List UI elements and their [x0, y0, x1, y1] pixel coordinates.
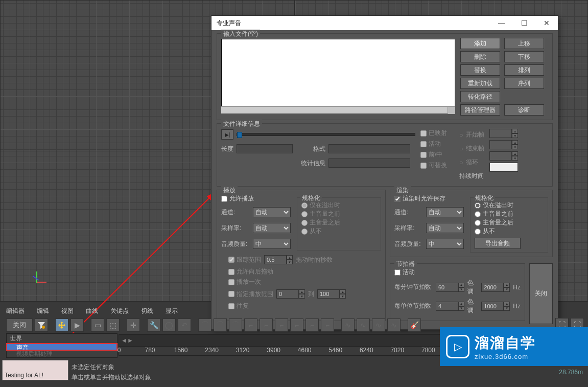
reload-button[interactable]: 重新加载 — [460, 78, 500, 89]
playback-normalize-group: 规格化 仅在溢出时 主音量之前 主音量之后 从不 — [297, 197, 381, 251]
render-samplerate-select[interactable]: 自动 — [426, 223, 464, 233]
close-window-button[interactable]: ✕ — [535, 16, 558, 30]
sequence-button[interactable]: 序列 — [504, 78, 544, 89]
startframe-spinner[interactable]: ▲▼ — [489, 129, 518, 138]
horizontal-scrollbar[interactable] — [221, 106, 455, 113]
ruler-tick: 3900 — [267, 347, 280, 354]
render-normalize-group: 规格化 仅在溢出时 主音量之前 主音量之后 从不 导出音频 — [470, 197, 548, 253]
select-icon[interactable]: ⬚ — [106, 318, 120, 332]
play-icon[interactable]: ▶ — [70, 318, 84, 332]
tangent5-icon[interactable]: ⌐ — [260, 318, 273, 332]
bpm-spinner[interactable]: ▲▼ — [436, 283, 464, 292]
move-down-button[interactable]: 下移 — [504, 51, 544, 62]
toolbar: 关闭 ▶ ▭ ⬚ ✛ 🔧 ◯ ↶ ⌒ ⌒ ⌒ ⌐ ⌐ ⌐ ⌐ ⌐ ⌐ ∿ ∿ ∿… — [6, 318, 421, 332]
menu-editor[interactable]: 编辑器 — [6, 307, 25, 317]
tone1-spinner[interactable]: ▲▼ — [481, 283, 510, 292]
curve2-icon[interactable]: ∿ — [357, 318, 370, 332]
curve4-icon[interactable]: ∿ — [387, 318, 401, 332]
mapped-check[interactable]: 已映射 — [420, 129, 447, 138]
allow-playback-check[interactable]: 允许播放 — [221, 194, 291, 203]
cross-icon[interactable]: ✛ — [127, 318, 140, 332]
rd-norm-r4[interactable]: 从不 — [475, 227, 544, 236]
track-range-spinner[interactable]: ▲▼ — [264, 255, 293, 264]
tree-sound[interactable]: 声音 — [6, 343, 117, 351]
samplerate-select[interactable]: 自动 — [253, 223, 291, 233]
tangent7-icon[interactable]: ⌐ — [290, 318, 303, 332]
tangent4-icon[interactable]: ⌐ — [244, 318, 257, 332]
replace-button[interactable]: 替换 — [460, 64, 500, 76]
arrows-icon[interactable] — [55, 318, 68, 332]
length-field — [237, 144, 293, 153]
play-once-check[interactable]: 播放一次 — [228, 278, 381, 286]
undo-icon[interactable]: ↶ — [178, 318, 191, 332]
wrench-icon[interactable]: 🔧 — [147, 318, 160, 332]
alt-check[interactable]: 可替换 — [420, 161, 447, 170]
track-tree[interactable]: 世界 声音 视频后期处理 — [6, 333, 117, 358]
minimize-button[interactable]: — — [490, 16, 513, 30]
pb-norm-r2[interactable]: 主音量之前 — [301, 210, 377, 218]
tangent8-icon[interactable]: ⌐ — [305, 318, 319, 332]
convert-path-button[interactable]: 转化路径 — [460, 91, 500, 102]
diagnose-button[interactable]: 诊断 — [504, 104, 544, 116]
tangent2-icon[interactable]: ⌒ — [214, 318, 227, 332]
arrange-button[interactable]: 排列 — [504, 64, 544, 76]
tree-world[interactable]: 世界 — [7, 334, 117, 344]
path-manager-button[interactable]: 路径管理器 — [460, 104, 500, 116]
render-quality-select[interactable]: 中 — [426, 239, 464, 249]
track-range-check[interactable]: 跟踪范围 — [228, 256, 261, 264]
render-channel-select[interactable]: 自动 — [426, 207, 464, 217]
menu-curve[interactable]: 曲线 — [86, 307, 98, 317]
dialog-titlebar[interactable]: 专业声音 — ☐ ✕ — [211, 16, 558, 30]
metronome-active-check[interactable]: 活动 — [394, 268, 415, 277]
active-check[interactable]: 活动 — [420, 140, 447, 148]
maximize-button[interactable]: ☐ — [513, 16, 535, 30]
filter-icon[interactable] — [35, 318, 48, 332]
range-to-spinner[interactable]: ▲▼ — [317, 289, 346, 299]
tree-videopost[interactable]: 视频后期处理 — [7, 350, 117, 358]
render-save-check[interactable]: 渲染时允许保存 — [394, 194, 464, 203]
close-panel-button[interactable]: 关闭 — [6, 318, 33, 332]
scrub-slider[interactable] — [237, 133, 415, 136]
range-from-spinner[interactable]: ▲▼ — [276, 289, 305, 299]
circle-icon[interactable]: ◯ — [162, 318, 176, 332]
quality-select[interactable]: 中 — [253, 239, 291, 249]
pb-norm-r3[interactable]: 主音量之后 — [301, 218, 377, 227]
add-button[interactable]: 添加 — [460, 38, 500, 49]
spec-range-check[interactable]: 指定播放范围 — [228, 290, 273, 299]
delete-button[interactable]: 删除 — [460, 51, 500, 62]
marquee-icon[interactable]: ▭ — [91, 318, 104, 332]
menu-keys[interactable]: 关键点 — [110, 307, 129, 317]
play-icon-button[interactable]: ▶| — [221, 129, 233, 140]
timeline-playhead-icon[interactable]: ◄► — [121, 337, 133, 344]
tangent3-icon[interactable]: ⌒ — [229, 318, 242, 332]
channel-select[interactable]: 自动 — [253, 207, 291, 217]
loop-spinner[interactable]: ▲▼ — [489, 151, 518, 161]
move-up-button[interactable]: 上移 — [504, 38, 544, 49]
tangent6-icon[interactable]: ⌐ — [275, 318, 288, 332]
menu-tangent[interactable]: 切线 — [141, 307, 153, 317]
prepost-check[interactable]: 前/中 — [420, 150, 447, 159]
endframe-spinner[interactable]: ▲▼ — [489, 140, 518, 149]
curve1-icon[interactable]: ∿ — [341, 318, 355, 332]
length-label: 长度 — [221, 145, 233, 153]
group-title: 输入文件(空) — [221, 30, 260, 38]
guitar-icon[interactable]: 🎸 — [408, 318, 421, 332]
export-audio-button[interactable]: 导出音频 — [475, 238, 521, 249]
menu-view[interactable]: 视图 — [61, 307, 74, 317]
duration-label: 持续时间 — [459, 172, 484, 180]
pb-norm-r4[interactable]: 从不 — [301, 227, 377, 236]
allow-back-check[interactable]: 允许向后拖动 — [228, 267, 381, 276]
menu-display[interactable]: 显示 — [166, 307, 178, 317]
ruler-tick: 3120 — [236, 347, 250, 354]
rd-norm-r2[interactable]: 主音量之前 — [475, 210, 544, 218]
menu-edit[interactable]: 编辑 — [37, 307, 49, 317]
coordinate-readout: 28.786m — [559, 369, 583, 376]
rd-norm-r3[interactable]: 主音量之后 — [475, 218, 544, 227]
status-listbox: Testing for AL! — [2, 360, 68, 380]
tangent9-icon[interactable]: ⌐ — [321, 318, 334, 332]
group-title: 节拍器 — [394, 260, 417, 268]
tangent1-icon[interactable]: ⌒ — [198, 318, 211, 332]
curve3-icon[interactable]: ∿ — [372, 318, 385, 332]
watermark-text: 溜溜自学 — [475, 333, 536, 353]
file-listbox[interactable] — [221, 39, 455, 106]
